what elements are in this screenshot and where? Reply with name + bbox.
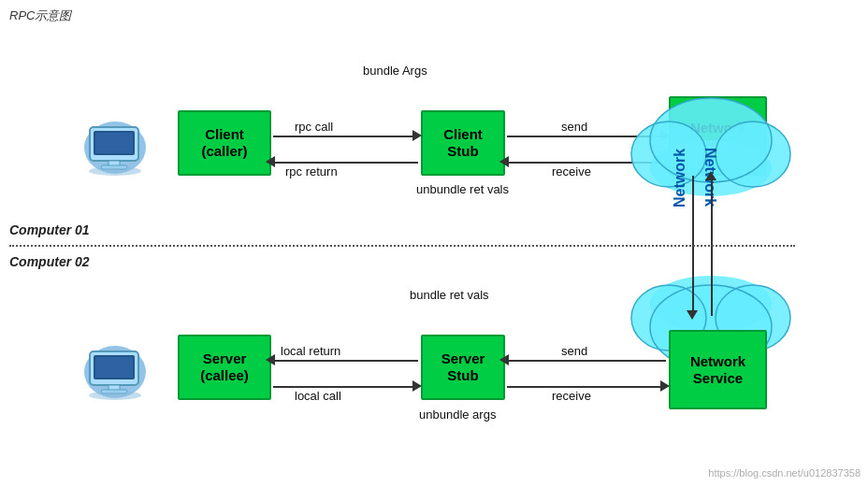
- page-title: RPC示意图: [9, 7, 71, 24]
- unbundle-args-label: unbundle args: [419, 407, 496, 422]
- server-stub-box: Server Stub: [421, 335, 505, 400]
- bundle-args-label: bundle Args: [363, 64, 427, 78]
- rpc-return-label: rpc return: [285, 164, 338, 179]
- network-top-left-label: Network: [672, 122, 690, 234]
- network-down-arrowhead: [687, 310, 698, 320]
- local-call-label: local call: [295, 389, 341, 403]
- computer-icon-top: [82, 110, 157, 176]
- rpc-call-line: [273, 136, 418, 137]
- bundle-ret-vals-label: bundle ret vals: [410, 288, 489, 302]
- server-callee-box: Server (callee): [178, 335, 271, 400]
- send-bottom-label: send: [561, 344, 587, 358]
- computer02-label: Computer 02: [9, 254, 90, 269]
- rpc-return-arrowhead: [266, 156, 275, 167]
- local-call-line: [273, 386, 418, 388]
- receive-top-label: receive: [552, 164, 591, 179]
- send-bottom-arrowhead: [499, 354, 509, 365]
- rpc-call-label: rpc call: [295, 120, 333, 134]
- unbundle-ret-vals-top-label: unbundle ret vals: [416, 182, 509, 196]
- receive-top-arrowhead: [499, 156, 509, 167]
- client-stub-box: Client Stub: [421, 110, 505, 176]
- receive-bottom-arrowhead: [660, 380, 670, 392]
- rpc-return-line: [273, 162, 418, 164]
- send-top-label: send: [561, 120, 587, 134]
- local-call-arrowhead: [412, 380, 422, 392]
- send-bottom-line: [507, 360, 666, 362]
- svg-point-6: [89, 166, 141, 176]
- svg-point-27: [89, 391, 141, 400]
- computer-icon-bottom: [82, 335, 157, 400]
- client-caller-box: Client (caller): [178, 110, 271, 176]
- local-return-label: local return: [281, 344, 340, 358]
- svg-rect-3: [95, 133, 133, 153]
- receive-bottom-label: receive: [552, 389, 591, 403]
- local-return-arrowhead: [266, 354, 275, 365]
- network-up-arrowhead: [705, 171, 716, 180]
- local-return-line: [273, 360, 418, 362]
- computer01-label: Computer 01: [9, 222, 90, 237]
- divider-line: [9, 245, 795, 247]
- rpc-call-arrowhead: [412, 130, 422, 141]
- network-service-bottom-box: Network Service: [669, 330, 767, 409]
- receive-bottom-line: [507, 386, 666, 388]
- watermark: https://blog.csdn.net/u012837358: [708, 467, 861, 479]
- svg-rect-24: [95, 357, 133, 378]
